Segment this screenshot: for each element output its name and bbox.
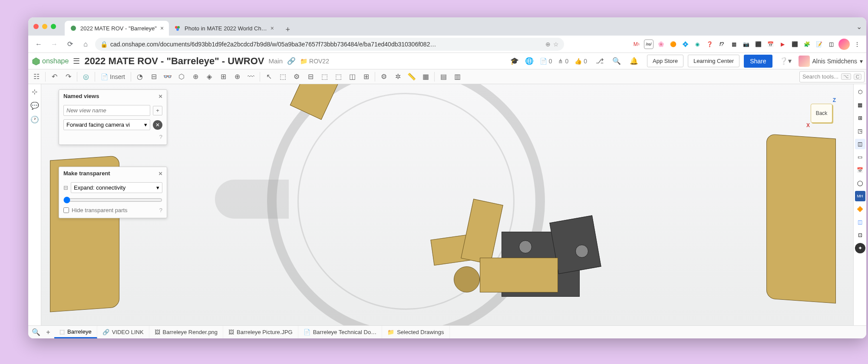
back-button[interactable]: ← bbox=[33, 38, 45, 50]
view-select[interactable]: Forward facing camera vi ▾ bbox=[63, 119, 150, 130]
help-icon[interactable]: ? bbox=[159, 207, 162, 213]
like-count[interactable]: 👍0 bbox=[574, 58, 587, 65]
tool-icon[interactable]: 👓 bbox=[161, 71, 174, 83]
insert-button[interactable]: 📄 Insert bbox=[97, 71, 129, 83]
tool-icon[interactable]: ◔ bbox=[133, 71, 146, 83]
view-cube[interactable]: Z Back X bbox=[806, 89, 837, 132]
ext-icon[interactable]: 🌸 bbox=[656, 39, 666, 49]
target-icon[interactable]: ◎ bbox=[79, 71, 92, 83]
close-tab-icon[interactable]: × bbox=[160, 25, 164, 32]
tool-icon[interactable]: ⊞ bbox=[217, 71, 230, 83]
maximize-window-button[interactable] bbox=[51, 24, 56, 29]
ext-icon[interactable]: f? bbox=[717, 39, 726, 49]
ext-icon[interactable]: ⬛ bbox=[790, 39, 799, 49]
search-icon[interactable]: 🔍 bbox=[612, 57, 621, 65]
rail-icon[interactable]: ◫ bbox=[855, 217, 865, 227]
sidepanel-icon[interactable]: ◫ bbox=[826, 39, 836, 49]
tool-icon[interactable]: ⊟ bbox=[304, 71, 317, 83]
tool-icon[interactable]: 〰 bbox=[244, 71, 257, 83]
copy-count[interactable]: 📄0 bbox=[540, 58, 552, 65]
bottom-tab-technical[interactable]: 📄 Barreleye Technical Do… bbox=[298, 326, 382, 338]
ext-icon[interactable]: ▦ bbox=[729, 39, 739, 49]
reload-button[interactable]: ⟳ bbox=[64, 38, 76, 50]
browser-tab-active[interactable]: 2022 MATE ROV - "Barreleye" × bbox=[65, 21, 169, 36]
new-tab-button[interactable]: + bbox=[282, 23, 294, 36]
tool-icon[interactable]: 📏 bbox=[405, 71, 418, 83]
help-icon[interactable]: ? bbox=[159, 134, 162, 140]
ext-icon[interactable]: 💠 bbox=[680, 39, 690, 49]
bottom-tab-video[interactable]: 🔗 VIDEO LINK bbox=[97, 326, 149, 338]
tool-icon[interactable]: ⬚ bbox=[276, 71, 289, 83]
profile-avatar[interactable] bbox=[838, 39, 850, 50]
share-button[interactable]: Share bbox=[744, 55, 772, 68]
rail-icon[interactable]: MH bbox=[855, 191, 865, 201]
ext-icon[interactable]: 📷 bbox=[741, 39, 751, 49]
tool-icon[interactable]: ⚙ bbox=[377, 71, 390, 83]
rail-icon[interactable]: ◯ bbox=[855, 178, 865, 188]
add-tab-button[interactable]: + bbox=[42, 327, 54, 338]
tool-icon[interactable]: ⬚ bbox=[318, 71, 331, 83]
extensions-icon[interactable]: 🧩 bbox=[802, 39, 812, 49]
close-tab-icon[interactable]: × bbox=[271, 25, 274, 32]
add-feature-icon[interactable]: ⊹ bbox=[30, 87, 40, 96]
rail-icon[interactable]: ◫ bbox=[855, 139, 865, 149]
rail-icon[interactable]: 📅 bbox=[855, 165, 865, 175]
learning-center-button[interactable]: Learning Center bbox=[688, 55, 739, 67]
chrome-menu-icon[interactable]: ⋮ bbox=[852, 39, 862, 49]
tool-icon[interactable]: ◈ bbox=[203, 71, 216, 83]
branch-icon[interactable]: ⎇ bbox=[596, 57, 604, 65]
folder-breadcrumb[interactable]: 📁 ROV22 bbox=[300, 58, 329, 65]
forward-button[interactable]: → bbox=[48, 38, 60, 50]
clear-view-button[interactable]: ✕ bbox=[153, 120, 162, 130]
hide-transparent-checkbox[interactable] bbox=[63, 207, 69, 213]
close-icon[interactable]: × bbox=[158, 92, 162, 100]
globe-icon[interactable]: 🌐 bbox=[525, 57, 534, 65]
bottom-tab-picture[interactable]: 🖼 Barreleye Picture.JPG bbox=[223, 326, 298, 338]
cad-canvas[interactable]: Named views × + Forward facing camera vi… bbox=[41, 84, 853, 325]
install-icon[interactable]: ⊕ bbox=[545, 41, 551, 48]
tool-icon[interactable]: ◫ bbox=[346, 71, 359, 83]
home-button[interactable]: ⌂ bbox=[79, 38, 92, 50]
tool-icon[interactable]: ⬡ bbox=[175, 71, 188, 83]
close-icon[interactable]: × bbox=[158, 170, 162, 177]
tool-icon[interactable]: ▦ bbox=[419, 71, 432, 83]
search-tabs-icon[interactable]: 🔍 bbox=[30, 327, 42, 338]
rail-icon[interactable]: ⊞ bbox=[855, 113, 865, 123]
minimize-window-button[interactable] bbox=[42, 24, 47, 29]
user-menu[interactable]: Alnis Smidchens ▾ bbox=[799, 56, 863, 67]
tool-icon[interactable]: ⊞ bbox=[360, 71, 373, 83]
star-icon[interactable]: ☆ bbox=[553, 41, 559, 48]
ext-icon[interactable]: ◉ bbox=[693, 39, 702, 49]
rail-icon[interactable]: ▦ bbox=[855, 100, 865, 110]
rail-icon[interactable]: ⬡ bbox=[855, 87, 865, 97]
ext-icon[interactable]: 📝 bbox=[814, 39, 824, 49]
tool-icon[interactable]: ⊕ bbox=[231, 71, 244, 83]
ext-icon[interactable]: 🟠 bbox=[668, 39, 678, 49]
link-icon[interactable]: 🔗 bbox=[287, 57, 296, 65]
bottom-tab-barreleye[interactable]: ⬚ Barreleye bbox=[54, 326, 97, 338]
ext-icon[interactable]: /re/ bbox=[644, 39, 653, 49]
tool-icon[interactable]: ⬚ bbox=[332, 71, 345, 83]
menu-icon[interactable]: ☰ bbox=[73, 56, 80, 66]
history-icon[interactable]: 🕐 bbox=[30, 115, 40, 124]
tool-icon[interactable]: ↖ bbox=[262, 71, 275, 83]
tool-icon[interactable]: ⚙ bbox=[290, 71, 303, 83]
help-icon[interactable]: ❔▾ bbox=[779, 57, 792, 65]
comment-icon[interactable]: 💬 bbox=[30, 101, 40, 110]
redo-button[interactable]: ↷ bbox=[62, 71, 75, 83]
fork-count[interactable]: ⋔0 bbox=[558, 58, 568, 65]
bottom-tab-render[interactable]: 🖼 Barreleye Render.png bbox=[149, 326, 223, 338]
tool-icon[interactable]: ▤ bbox=[437, 71, 450, 83]
rail-icon[interactable]: ⊡ bbox=[855, 230, 865, 240]
onshape-logo[interactable]: onshape bbox=[32, 57, 69, 66]
cube-back-face[interactable]: Back bbox=[811, 104, 832, 123]
tab-overflow-icon[interactable]: ⌄ bbox=[856, 23, 862, 31]
transparency-slider[interactable] bbox=[63, 197, 162, 203]
browser-tab-inactive[interactable]: Photo in MATE 2022 World Ch… × bbox=[169, 21, 279, 36]
address-bar[interactable]: 🔒 cad.onshape.com/documents/6d93bb1d9fe2… bbox=[95, 38, 564, 51]
feature-tree-icon[interactable]: ☷ bbox=[30, 71, 43, 83]
document-title[interactable]: 2022 MATE ROV - "Barreleye" - UWROV bbox=[84, 56, 264, 67]
tool-icon[interactable]: ⊕ bbox=[189, 71, 202, 83]
expand-select[interactable]: Expand: connectivity ▾ bbox=[71, 182, 162, 193]
gmail-ext-icon[interactable]: M1 bbox=[632, 39, 641, 49]
